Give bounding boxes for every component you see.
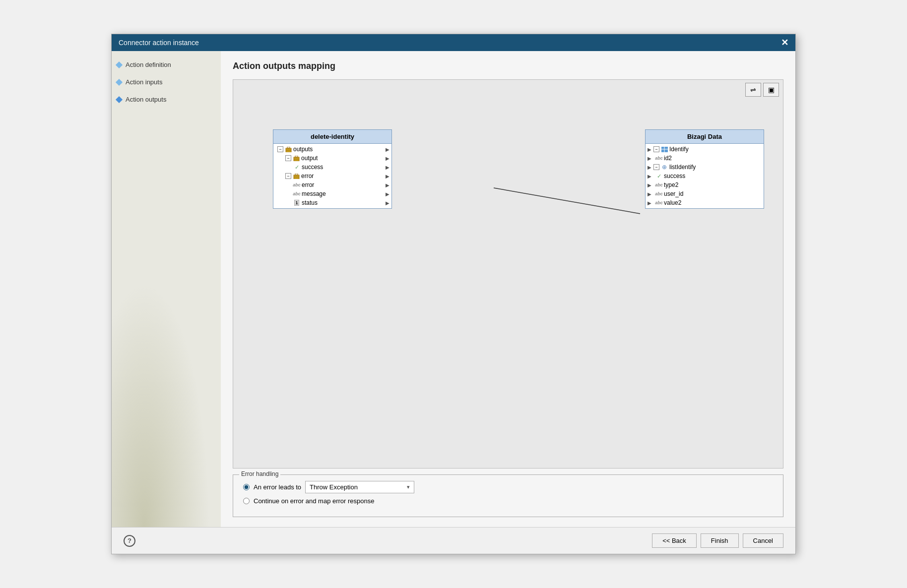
arrow-left-icon: ▶	[648, 156, 651, 161]
arrow-left-icon: ▶	[648, 147, 651, 152]
tree-label: error	[301, 173, 314, 179]
tree-label: type2	[664, 181, 678, 188]
expand-btn[interactable]: −	[285, 155, 291, 161]
right-table-body: ▶ − Identify ▶ abc	[646, 144, 764, 208]
tree-label: value2	[664, 199, 681, 206]
arrow-right-icon: ▶	[386, 200, 389, 206]
table-row: ▶ − ⊕ listIdentify	[646, 163, 764, 172]
table-row: − output ▶	[273, 154, 391, 163]
page-title: Action outputs mapping	[233, 61, 783, 71]
sidebar-item-label: Action inputs	[126, 78, 162, 86]
abc-icon: abc	[655, 190, 662, 197]
dialog-footer: ? << Back Finish Cancel	[112, 527, 795, 554]
left-table-body: − outputs ▶ −	[273, 144, 391, 208]
sidebar-item-action-definition[interactable]: Action definition	[117, 61, 216, 68]
toolbar-row: ⇌ ▣	[233, 80, 783, 100]
table-row: ▶ abc type2	[646, 180, 764, 189]
suitcase-icon	[285, 146, 292, 153]
tree-label: user_id	[664, 190, 683, 197]
throw-exception-dropdown[interactable]: Throw Exception ▾	[305, 481, 414, 493]
expand-btn[interactable]: −	[277, 146, 283, 152]
left-mapping-table: delete-identity − outputs ▶	[273, 129, 392, 209]
diamond-icon	[116, 96, 123, 103]
dialog-body: Action definition Action inputs Action o…	[112, 51, 795, 527]
error-handling-section: Error handling An error leads to Throw E…	[233, 474, 783, 517]
abc-icon: abc	[655, 199, 662, 206]
connector-action-dialog: Connector action instance ✕ Action defin…	[111, 34, 796, 554]
abc-icon: abc	[293, 181, 300, 188]
tree-label: message	[302, 190, 326, 197]
svg-rect-2	[287, 147, 290, 148]
tree-label: id2	[664, 155, 672, 162]
abc-icon: abc	[293, 190, 300, 197]
table-row: 1 status ▶	[273, 198, 391, 207]
error-handling-legend: Error handling	[239, 470, 280, 477]
svg-line-0	[494, 188, 640, 214]
arrow-right-icon: ▶	[386, 165, 389, 170]
tree-label: Identify	[669, 146, 689, 153]
table-row: ▶ abc user_id	[646, 189, 764, 198]
left-table-header: delete-identity	[273, 130, 391, 144]
table-row: ▶ − Identify	[646, 145, 764, 154]
close-button[interactable]: ✕	[781, 38, 788, 47]
main-content: Action outputs mapping ⇌ ▣ delete-iden	[221, 51, 795, 527]
table-row: ✓ success ▶	[273, 163, 391, 172]
expand-btn[interactable]: −	[285, 173, 291, 179]
arrow-left-icon: ▶	[648, 200, 651, 206]
radio-continue-on-error-label: Continue on error and map error response	[254, 497, 375, 505]
tree-label: error	[302, 181, 314, 188]
suitcase-icon	[293, 155, 300, 162]
svg-rect-8	[295, 174, 298, 175]
sidebar-item-label: Action definition	[126, 61, 171, 68]
dropdown-value: Throw Exception	[310, 483, 358, 491]
grid-icon	[661, 146, 668, 153]
expand-btn[interactable]: −	[653, 164, 659, 170]
arrow-right-icon: ▶	[386, 174, 389, 179]
radio-error-leads-to[interactable]	[243, 484, 250, 490]
svg-rect-5	[295, 156, 298, 157]
dropdown-arrow-icon: ▾	[407, 484, 410, 490]
arrow-right-icon: ▶	[386, 147, 389, 152]
radio-row-1: An error leads to Throw Exception ▾	[243, 481, 773, 493]
check-icon: ✓	[293, 164, 300, 171]
tree-label: outputs	[293, 146, 313, 153]
num-icon: 1	[293, 199, 300, 206]
arrow-left-icon: ▶	[648, 182, 651, 188]
back-button[interactable]: << Back	[652, 533, 697, 548]
map-toolbar-btn2[interactable]: ▣	[763, 83, 779, 97]
table-row: abc message ▶	[273, 189, 391, 198]
table-row: − outputs ▶	[273, 145, 391, 154]
right-table-header: Bizagi Data	[646, 130, 764, 144]
title-bar: Connector action instance ✕	[112, 34, 795, 51]
map-toolbar-btn1[interactable]: ⇌	[745, 83, 761, 97]
radio-error-leads-to-label: An error leads to	[254, 483, 301, 491]
arrow-right-icon: ▶	[386, 191, 389, 197]
mapping-area: ⇌ ▣ delete-identity	[233, 79, 783, 469]
canvas: delete-identity − outputs ▶	[233, 100, 783, 468]
arrow-right-icon: ▶	[386, 182, 389, 188]
finish-button[interactable]: Finish	[701, 533, 739, 548]
link-icon: ⊕	[661, 164, 668, 171]
expand-btn[interactable]: −	[653, 146, 659, 152]
arrow-right-icon: ▶	[386, 156, 389, 161]
abc-icon: abc	[655, 155, 662, 162]
radio-continue-on-error[interactable]	[243, 498, 250, 504]
check-icon: ✓	[655, 173, 662, 179]
table-row: ▶ ✓ success	[646, 172, 764, 180]
tree-label: success	[302, 164, 323, 171]
help-button[interactable]: ?	[124, 535, 135, 547]
sidebar: Action definition Action inputs Action o…	[112, 51, 221, 527]
arrow-left-icon: ▶	[648, 191, 651, 197]
cancel-button[interactable]: Cancel	[743, 533, 783, 548]
sidebar-item-label: Action outputs	[126, 96, 166, 103]
dialog-title: Connector action instance	[119, 39, 199, 47]
suitcase-icon	[293, 173, 300, 179]
tree-label: output	[301, 155, 318, 162]
radio-row-2: Continue on error and map error response	[243, 497, 773, 505]
sidebar-item-action-inputs[interactable]: Action inputs	[117, 78, 216, 86]
table-row: ▶ abc value2	[646, 198, 764, 207]
sidebar-item-action-outputs[interactable]: Action outputs	[117, 96, 216, 103]
footer-buttons: << Back Finish Cancel	[652, 533, 783, 548]
table-row: − error ▶	[273, 172, 391, 180]
diamond-icon	[116, 61, 123, 68]
